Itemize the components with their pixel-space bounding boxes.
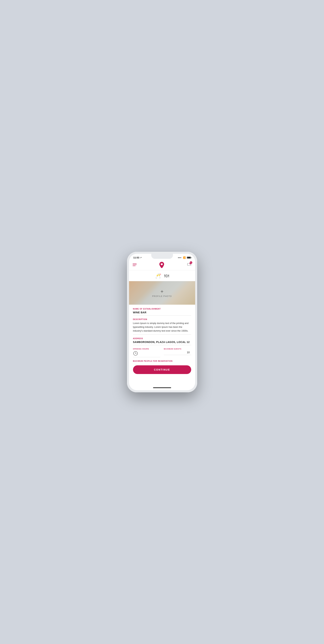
hours-guests-row: OPENING HOURS MAXIMUM GUESTS 10	[133, 348, 191, 357]
notification-button[interactable]: 5 5	[187, 262, 192, 268]
max-guests-group: MAXIMUM GUESTS 10	[164, 348, 191, 357]
address-label: ADDRESS	[133, 338, 191, 340]
plate-icon: 🍽	[164, 273, 169, 279]
address-field-group: ADDRESS SAMBORONDON, PLAZA LAGOS, LOCAL …	[133, 338, 191, 345]
add-photo-icon: +	[160, 288, 163, 294]
max-guests-value[interactable]: 10	[164, 351, 191, 355]
notification-badge: 5	[190, 261, 192, 264]
home-bar	[153, 388, 171, 388]
clock-icon	[133, 351, 138, 356]
top-nav: 5 5	[129, 260, 195, 270]
opening-hours-label: OPENING HOURS	[133, 348, 160, 350]
main-content: + PROFILE PHOTO NAME OF ESTABLISHMENT WI…	[129, 281, 195, 385]
menu-button[interactable]	[133, 264, 137, 266]
description-field-group: DESCRIPTION Lorem Ipsum is simply dummy …	[133, 318, 191, 335]
phone-screen: 11:53 ↗ 📶	[129, 254, 195, 390]
profile-photo-upload[interactable]: + PROFILE PHOTO	[129, 281, 195, 305]
opening-hours-group: OPENING HOURS	[133, 348, 160, 357]
wine-glasses-icon: 🥂	[155, 273, 161, 279]
app-logo	[158, 262, 165, 268]
status-time: 11:53 ↗	[133, 256, 142, 259]
phone-notch	[151, 254, 173, 259]
status-icons: 📶	[178, 256, 191, 259]
wifi-icon: 📶	[183, 256, 186, 259]
time-display: 11:53	[133, 256, 139, 259]
profile-photo-label: PROFILE PHOTO	[152, 295, 172, 297]
battery-icon	[187, 256, 191, 258]
continue-button[interactable]: CONTINUE	[133, 365, 191, 374]
name-field-group: NAME OF ESTABLISHMENT WINE BAR	[133, 308, 191, 316]
description-label: DESCRIPTION	[133, 318, 191, 320]
address-value[interactable]: SAMBORONDON, PLAZA LAGOS, LOCAL 12	[133, 340, 191, 345]
phone-frame: 11:53 ↗ 📶	[127, 252, 197, 392]
name-label: NAME OF ESTABLISHMENT	[133, 308, 191, 310]
signal-icon	[178, 257, 182, 258]
location-arrow-icon: ↗	[140, 256, 142, 258]
opening-hours-input[interactable]	[133, 351, 160, 357]
description-value[interactable]: Lorem Ipsum is simply dummy text of the …	[133, 322, 191, 335]
max-guests-label: MAXIMUM GUESTS	[164, 348, 191, 350]
category-bar: 🥂 🍽	[129, 270, 195, 281]
max-people-label: MAXIMUM PEOPLE FOR RESERVATION	[133, 360, 191, 362]
name-value[interactable]: WINE BAR	[133, 311, 191, 316]
home-indicator	[129, 385, 195, 390]
